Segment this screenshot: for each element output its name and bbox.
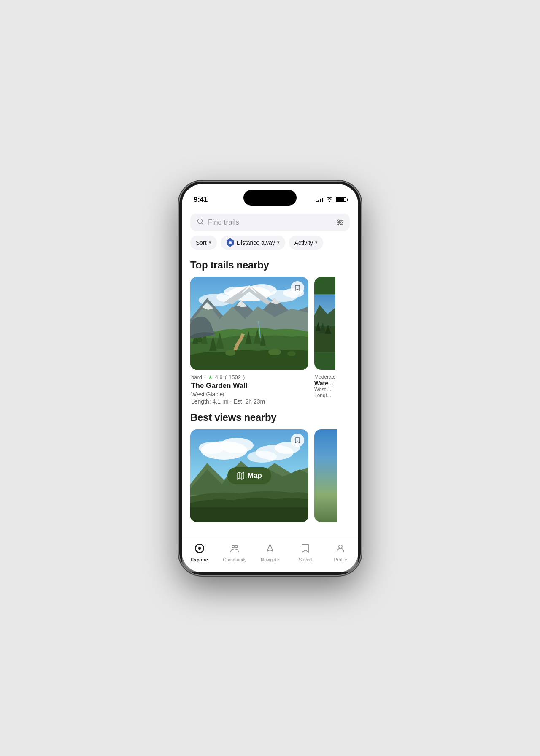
trail-reviews: 1502: [229, 374, 241, 380]
trail-name-garden-wall: The Garden Wall: [191, 382, 308, 390]
views-card-image: Map: [190, 429, 308, 522]
distance-chevron: ▾: [277, 240, 280, 245]
svg-marker-50: [237, 472, 244, 479]
explore-label: Explore: [191, 557, 208, 562]
activity-chevron: ▾: [315, 240, 318, 245]
views-list: Map: [182, 429, 358, 522]
phone-frame: 9:41: [179, 182, 361, 575]
tab-profile[interactable]: Profile: [328, 543, 353, 562]
bookmark-garden-wall[interactable]: [291, 281, 304, 295]
partial-name: Wate...: [314, 380, 335, 387]
saved-label: Saved: [299, 557, 312, 562]
svg-point-58: [339, 545, 342, 548]
trail-rating: 4.9: [215, 374, 223, 380]
svg-point-5: [340, 222, 342, 223]
distance-badge-icon: [226, 238, 235, 247]
top-trails-title: Top trails nearby: [182, 256, 358, 277]
views-card[interactable]: Map: [190, 429, 308, 522]
svg-point-43: [199, 442, 224, 454]
svg-point-54: [198, 547, 201, 550]
explore-icon: [194, 543, 205, 556]
battery-icon: [336, 197, 346, 202]
svg-point-57: [235, 545, 238, 548]
navigate-label: Navigate: [261, 557, 279, 562]
profile-label: Profile: [334, 557, 347, 562]
search-section: Find trails: [182, 209, 358, 236]
signal-icon: [316, 197, 324, 202]
views-card-partial: [314, 429, 338, 522]
trail-length-garden-wall: Length: 4.1 mi · Est. 2h 23m: [191, 398, 308, 405]
sort-filter[interactable]: Sort ▾: [190, 236, 217, 250]
partial-views-image: [314, 429, 338, 522]
svg-point-31: [225, 350, 235, 356]
trail-difficulty: hard: [191, 374, 202, 380]
activity-filter[interactable]: Activity ▾: [289, 236, 323, 250]
bookmark-views[interactable]: [291, 434, 304, 447]
svg-point-7: [230, 242, 231, 243]
best-views-title: Best views nearby: [182, 408, 358, 429]
svg-point-6: [339, 223, 340, 225]
partial-difficulty: Moderate: [314, 374, 335, 380]
search-placeholder: Find trails: [208, 218, 343, 227]
svg-point-4: [338, 220, 340, 222]
trail-card-garden-wall[interactable]: hard · ★ 4.9 (1502) The Garden Wall West…: [190, 277, 308, 405]
trail-image-partial: [314, 277, 335, 370]
status-icons: [316, 196, 347, 203]
sort-chevron: ▾: [209, 240, 211, 245]
trail-info-garden-wall: hard · ★ 4.9 (1502) The Garden Wall West…: [190, 370, 308, 405]
svg-point-32: [268, 349, 281, 355]
svg-rect-49: [190, 507, 308, 522]
sort-label: Sort: [196, 239, 207, 246]
search-bar[interactable]: Find trails: [190, 214, 350, 231]
partial-location: West ...: [314, 387, 335, 393]
status-time: 9:41: [194, 195, 208, 204]
saved-icon: [300, 543, 310, 556]
wifi-icon: [326, 196, 333, 203]
trail-image-garden-wall: [190, 277, 308, 370]
navigate-icon: [265, 543, 275, 556]
trail-card-partial: Moderate Wate... West ... Lengt...: [314, 277, 335, 405]
star-icon: ★: [208, 374, 213, 380]
filter-button[interactable]: [333, 215, 347, 230]
distance-label: Distance away: [237, 239, 275, 246]
map-button[interactable]: Map: [227, 467, 271, 484]
trail-meta-garden-wall: hard · ★ 4.9 (1502): [191, 374, 308, 380]
search-icon: [197, 218, 204, 227]
activity-label: Activity: [294, 239, 313, 246]
tab-saved[interactable]: Saved: [293, 543, 318, 562]
svg-point-42: [220, 438, 254, 453]
filter-row: Sort ▾ Distance away ▾ Activity ▾: [182, 236, 358, 256]
top-trails-list: hard · ★ 4.9 (1502) The Garden Wall West…: [182, 277, 358, 405]
tab-community[interactable]: Community: [222, 543, 247, 562]
phone-screen: 9:41: [182, 184, 358, 572]
svg-point-56: [232, 545, 235, 548]
map-label: Map: [248, 471, 262, 480]
partial-length: Lengt...: [314, 393, 335, 398]
community-icon: [230, 543, 240, 556]
tab-bar: Explore Community: [182, 539, 358, 572]
svg-point-33: [287, 351, 296, 356]
svg-point-46: [247, 451, 277, 463]
dynamic-island: [243, 190, 297, 206]
tab-navigate[interactable]: Navigate: [257, 543, 283, 562]
screen-content[interactable]: Find trails: [182, 209, 358, 572]
profile-icon: [335, 543, 346, 556]
distance-filter[interactable]: Distance away ▾: [221, 236, 285, 250]
tab-explore[interactable]: Explore: [187, 543, 212, 562]
trail-location-garden-wall: West Glacier: [191, 391, 308, 398]
community-label: Community: [223, 557, 247, 562]
